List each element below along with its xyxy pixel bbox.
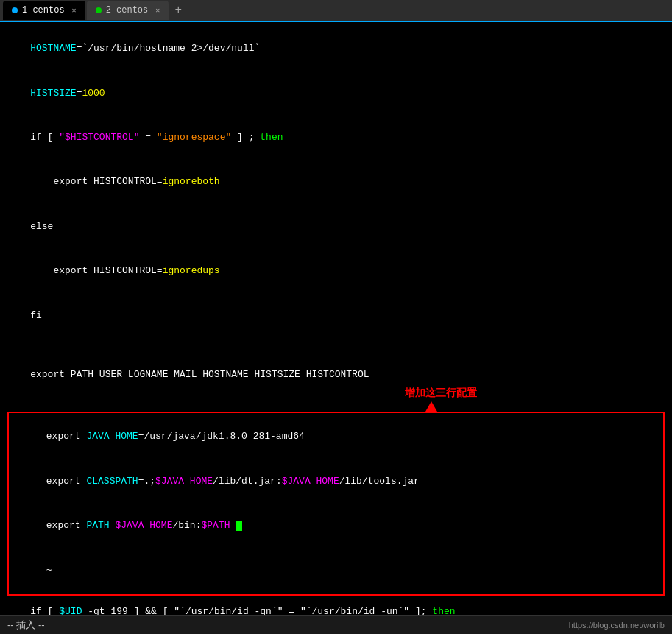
code-line-10	[7, 398, 665, 412]
code-line-7: fi	[7, 294, 665, 338]
tab-2-close[interactable]: ✕	[155, 6, 160, 15]
highlight-line-1: export JAVA_HOME=/usr/java/jdk1.8.0_281-…	[12, 415, 660, 459]
status-bar: -- 插入 -- https://blog.csdn.net/worilb	[0, 615, 672, 634]
code-line-8	[7, 338, 665, 353]
cursor	[236, 521, 242, 531]
tab-2-centos[interactable]: 2 centos ✕	[87, 1, 169, 20]
code-line-6: export HISTCONTROL=ignoredups	[7, 249, 665, 293]
editor-area: HOSTNAME=`/usr/bin/hostname 2>/dev/null`…	[0, 22, 672, 615]
highlight-line-3: export PATH=$JAVA_HOME/bin:$PATH	[12, 504, 660, 548]
annotation-text: 增加这三行配置	[405, 387, 477, 400]
code-line-4: export HISTCONTROL=ignoreboth	[7, 160, 665, 204]
tab-1-centos[interactable]: 1 centos ✕	[3, 1, 85, 20]
tab-dot-2	[96, 7, 102, 13]
code-line-1: HOSTNAME=`/usr/bin/hostname 2>/dev/null`	[7, 27, 665, 71]
tab-1-close[interactable]: ✕	[72, 6, 77, 15]
code-line-3: if [ "$HISTCONTROL" = "ignorespace" ] ; …	[7, 116, 665, 160]
tab-2-label: 2 centos	[106, 5, 149, 15]
status-url: https://blog.csdn.net/worilb	[569, 621, 665, 630]
highlight-box: export JAVA_HOME=/usr/java/jdk1.8.0_281-…	[7, 412, 665, 596]
code-line-2: HISTSIZE=1000	[7, 71, 665, 115]
highlight-line-2: export CLASSPATH=.;$JAVA_HOME/lib/dt.jar…	[12, 459, 660, 504]
tab-bar: 1 centos ✕ 2 centos ✕ +	[0, 0, 672, 22]
tab-dot-1	[12, 7, 18, 13]
tab-add-button[interactable]: +	[170, 2, 186, 18]
tab-1-label: 1 centos	[22, 5, 65, 15]
code-line-5: else	[7, 205, 665, 249]
code-line-9: export PATH USER LOGNAME MAIL HOSTNAME H…	[7, 353, 665, 397]
status-mode: -- 插入 --	[7, 619, 45, 632]
highlight-line-4: ~	[12, 549, 660, 593]
